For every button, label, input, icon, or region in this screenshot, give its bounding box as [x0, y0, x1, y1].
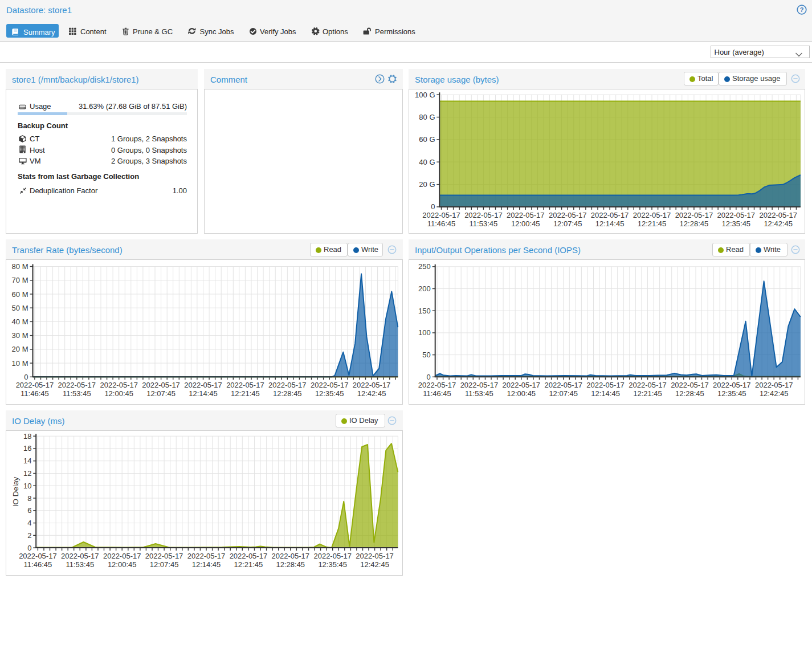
svg-text:12:14:45: 12:14:45	[595, 219, 625, 228]
svg-text:18: 18	[23, 432, 31, 441]
svg-text:2022-05-17: 2022-05-17	[507, 211, 545, 219]
svg-text:12:35:45: 12:35:45	[318, 560, 347, 569]
svg-text:2022-05-17: 2022-05-17	[591, 211, 629, 219]
svg-text:2022-05-17: 2022-05-17	[586, 381, 625, 389]
svg-text:12:07:45: 12:07:45	[150, 560, 179, 569]
svg-text:2022-05-17: 2022-05-17	[418, 381, 456, 389]
svg-text:2022-05-17: 2022-05-17	[184, 381, 222, 389]
svg-text:12:21:45: 12:21:45	[638, 219, 667, 228]
svg-text:150: 150	[418, 307, 431, 315]
svg-text:40 G: 40 G	[419, 158, 435, 166]
svg-text:11:53:45: 11:53:45	[66, 560, 94, 569]
svg-text:12:42:45: 12:42:45	[760, 389, 789, 398]
svg-text:2022-05-17: 2022-05-17	[633, 211, 671, 219]
svg-text:0: 0	[27, 544, 31, 552]
svg-text:2022-05-17: 2022-05-17	[61, 552, 99, 560]
svg-text:2022-05-17: 2022-05-17	[313, 552, 352, 560]
svg-text:11:46:45: 11:46:45	[427, 219, 456, 228]
svg-text:2022-05-17: 2022-05-17	[629, 381, 667, 389]
svg-text:2022-05-17: 2022-05-17	[100, 381, 138, 389]
svg-text:?: ?	[799, 6, 803, 13]
svg-text:2022-05-17: 2022-05-17	[19, 552, 57, 560]
svg-text:16: 16	[23, 444, 31, 453]
svg-text:2022-05-17: 2022-05-17	[713, 381, 751, 389]
svg-text:10: 10	[23, 482, 31, 490]
svg-text:2022-05-17: 2022-05-17	[142, 381, 180, 389]
svg-text:11:53:45: 11:53:45	[470, 219, 498, 228]
svg-text:2022-05-17: 2022-05-17	[549, 211, 586, 219]
svg-text:6: 6	[27, 506, 31, 515]
svg-text:12:00:45: 12:00:45	[108, 560, 137, 569]
svg-text:50: 50	[422, 351, 430, 359]
svg-text:12:35:45: 12:35:45	[315, 389, 344, 398]
svg-text:2022-05-17: 2022-05-17	[268, 381, 307, 389]
svg-text:12:14:45: 12:14:45	[192, 560, 221, 569]
svg-text:2022-05-17: 2022-05-17	[755, 381, 793, 389]
svg-text:12:42:45: 12:42:45	[360, 560, 389, 569]
svg-text:2022-05-17: 2022-05-17	[464, 211, 503, 219]
svg-text:2022-05-17: 2022-05-17	[353, 381, 391, 389]
svg-text:250: 250	[418, 262, 431, 271]
svg-text:200: 200	[418, 284, 431, 293]
svg-text:12:28:45: 12:28:45	[276, 560, 305, 569]
svg-text:10 M: 10 M	[12, 359, 28, 368]
svg-text:12:07:45: 12:07:45	[549, 389, 578, 398]
svg-text:11:53:45: 11:53:45	[465, 389, 493, 398]
svg-text:12: 12	[23, 469, 31, 478]
svg-text:20 G: 20 G	[419, 180, 435, 189]
svg-text:12:28:45: 12:28:45	[675, 389, 704, 398]
svg-text:2022-05-17: 2022-05-17	[356, 552, 394, 560]
svg-text:12:21:45: 12:21:45	[234, 560, 263, 569]
svg-text:40 M: 40 M	[12, 317, 28, 326]
svg-text:2022-05-17: 2022-05-17	[230, 552, 268, 560]
svg-text:12:14:45: 12:14:45	[189, 389, 218, 398]
svg-text:12:28:45: 12:28:45	[273, 389, 302, 398]
svg-text:IO Delay: IO Delay	[11, 476, 20, 507]
svg-text:11:46:45: 11:46:45	[21, 389, 49, 398]
svg-text:30 M: 30 M	[12, 331, 28, 340]
svg-text:12:14:45: 12:14:45	[591, 389, 620, 398]
svg-text:11:46:45: 11:46:45	[24, 560, 52, 569]
svg-text:60 M: 60 M	[12, 290, 28, 299]
svg-text:2022-05-17: 2022-05-17	[675, 211, 713, 219]
svg-text:12:00:45: 12:00:45	[104, 389, 133, 398]
svg-text:12:00:45: 12:00:45	[511, 219, 540, 228]
svg-text:0: 0	[431, 202, 435, 211]
svg-text:14: 14	[23, 457, 31, 465]
svg-text:100 G: 100 G	[415, 91, 435, 99]
svg-text:2: 2	[27, 531, 31, 540]
svg-text:2022-05-17: 2022-05-17	[422, 211, 460, 219]
svg-text:12:42:45: 12:42:45	[357, 389, 386, 398]
svg-text:50 M: 50 M	[12, 304, 28, 312]
svg-text:12:21:45: 12:21:45	[633, 389, 662, 398]
svg-text:2022-05-17: 2022-05-17	[226, 381, 264, 389]
svg-text:4: 4	[27, 519, 31, 527]
svg-text:12:07:45: 12:07:45	[553, 219, 582, 228]
svg-text:70 M: 70 M	[12, 276, 28, 284]
svg-text:2022-05-17: 2022-05-17	[759, 211, 797, 219]
svg-text:80 G: 80 G	[419, 113, 435, 121]
svg-text:2022-05-17: 2022-05-17	[103, 552, 141, 560]
svg-text:2022-05-17: 2022-05-17	[503, 381, 541, 389]
svg-text:11:46:45: 11:46:45	[423, 389, 451, 398]
svg-text:2022-05-17: 2022-05-17	[58, 381, 96, 389]
svg-text:12:35:45: 12:35:45	[721, 219, 750, 228]
svg-text:2022-05-17: 2022-05-17	[460, 381, 499, 389]
svg-text:12:28:45: 12:28:45	[680, 219, 709, 228]
svg-text:11:53:45: 11:53:45	[63, 389, 91, 398]
svg-text:60 G: 60 G	[419, 135, 435, 144]
svg-text:2022-05-17: 2022-05-17	[145, 552, 183, 560]
svg-text:2022-05-17: 2022-05-17	[671, 381, 709, 389]
svg-text:0: 0	[24, 373, 28, 381]
svg-text:12:07:45: 12:07:45	[146, 389, 176, 398]
svg-text:2022-05-17: 2022-05-17	[717, 211, 756, 219]
svg-text:80 M: 80 M	[12, 262, 28, 271]
svg-text:12:35:45: 12:35:45	[717, 389, 746, 398]
svg-text:2022-05-17: 2022-05-17	[544, 381, 582, 389]
svg-text:2022-05-17: 2022-05-17	[311, 381, 349, 389]
svg-text:100: 100	[418, 328, 431, 337]
svg-text:12:21:45: 12:21:45	[231, 389, 260, 398]
svg-text:8: 8	[27, 494, 31, 503]
svg-text:0: 0	[426, 373, 430, 381]
svg-text:12:00:45: 12:00:45	[507, 389, 536, 398]
